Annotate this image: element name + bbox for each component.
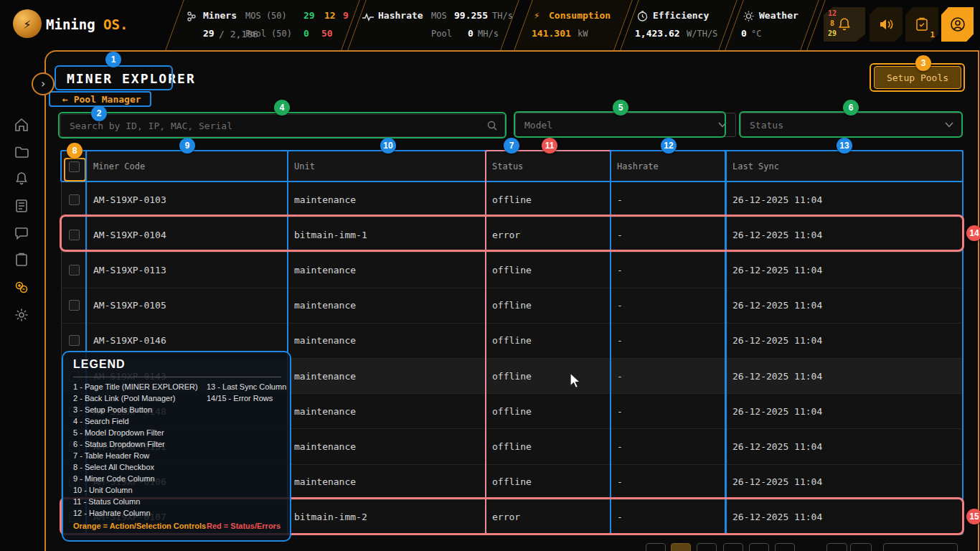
- pagination-button[interactable]: [850, 543, 872, 551]
- cell-unit: maintenance: [288, 359, 486, 393]
- header-hashrate[interactable]: Hashrate: [611, 151, 727, 182]
- app-logo-icon: ⚡: [13, 9, 42, 38]
- row-checkbox[interactable]: [69, 265, 80, 276]
- annotation-badge-13: 13: [837, 138, 852, 154]
- row-checkbox[interactable]: [69, 230, 80, 240]
- header-unit[interactable]: Unit: [288, 151, 486, 182]
- cell-last-sync: 26-12-2025 11:04: [727, 359, 963, 393]
- sidebar-item-messages[interactable]: [14, 225, 29, 241]
- hashrate-pool-unit: MH/s: [478, 29, 499, 39]
- table-header-row: Miner Code Unit Status Hashrate Last Syn…: [62, 151, 962, 182]
- header-status[interactable]: Status: [486, 151, 611, 182]
- search-input[interactable]: [61, 115, 504, 136]
- table-row-error[interactable]: AM-S19XP-0104bitmain-imm-1error-26-12-20…: [62, 217, 962, 252]
- cell-status: offline: [486, 288, 611, 323]
- cell-last-sync: 26-12-2025 11:04: [727, 288, 963, 323]
- status-filter-dropdown[interactable]: Status: [740, 113, 963, 137]
- tasks-button[interactable]: 1: [905, 7, 938, 42]
- consumption-section-frame: [514, 0, 632, 50]
- cell-hashrate: -: [611, 465, 727, 499]
- cell-status: error: [486, 500, 611, 534]
- weather-label: Weather: [759, 10, 798, 21]
- header-miner-code[interactable]: Miner Code: [88, 151, 288, 182]
- model-filter-dropdown[interactable]: Model: [515, 113, 736, 137]
- back-link[interactable]: ← Pool Manager: [62, 94, 141, 105]
- cell-hashrate: -: [611, 429, 727, 463]
- cell-status: offline: [486, 359, 611, 393]
- consumption-value: 141.301: [532, 28, 571, 39]
- miners-err-count: 9: [343, 10, 349, 21]
- legend-item: 9 - Miner Code Column: [73, 473, 198, 484]
- brand-name: Mining OS.: [46, 17, 128, 32]
- table-row[interactable]: AM-S19XP-0105maintenanceoffline-26-12-20…: [62, 288, 962, 323]
- brand-suffix: OS.: [103, 17, 128, 32]
- sidebar-item-tasks[interactable]: [14, 252, 29, 268]
- sidebar-item-miners[interactable]: [14, 279, 29, 295]
- annotation-badge-6: 6: [843, 100, 859, 116]
- legend-items-left: 1 - Page Title (MINER EXPLORER) 2 - Back…: [73, 381, 198, 519]
- cell-status: offline: [486, 253, 611, 287]
- pagination-page-size[interactable]: [883, 543, 958, 551]
- legend-item: 1 - Page Title (MINER EXPLORER): [73, 381, 198, 392]
- legend-note-orange: Orange = Action/Selection Controls: [73, 522, 206, 530]
- pagination-button-active[interactable]: [671, 543, 691, 551]
- cell-hashrate: -: [611, 253, 727, 287]
- clipboard-check-icon: [915, 17, 928, 32]
- pagination-button[interactable]: [697, 543, 717, 551]
- efficiency-unit: W/TH/S: [687, 29, 717, 39]
- annotation-badge-3: 3: [915, 55, 931, 71]
- miners-icon: [186, 11, 197, 22]
- pagination-button[interactable]: [775, 543, 795, 551]
- row-checkbox[interactable]: [69, 335, 80, 346]
- notifications-button[interactable]: 12 8 29: [824, 7, 865, 42]
- weather-value: 0: [741, 28, 747, 39]
- sidebar-item-reports[interactable]: [14, 198, 29, 214]
- efficiency-section-frame: [620, 0, 737, 50]
- sidebar-item-alerts[interactable]: [14, 171, 29, 187]
- pagination-button[interactable]: [826, 543, 847, 551]
- cell-hashrate: -: [611, 359, 727, 393]
- cell-last-sync: 26-12-2025 11:04: [727, 394, 963, 428]
- annotation-badge-2: 2: [91, 105, 107, 121]
- pagination-button[interactable]: [646, 543, 666, 551]
- cell-miner-code: AM-S19XP-0103: [88, 182, 288, 217]
- legend-item: 12 - Hashrate Column: [73, 507, 198, 519]
- miners-ok-count: 29: [303, 10, 315, 21]
- hashrate-pool-value: 0: [468, 28, 473, 39]
- legend-item: 8 - Select All Checkbox: [73, 461, 198, 473]
- back-arrow-icon: ←: [62, 94, 68, 105]
- sidebar-item-settings[interactable]: [14, 307, 29, 323]
- setup-pools-button[interactable]: Setup Pools: [874, 66, 961, 89]
- top-bar: ⚡ Mining OS. Miners MOS (50) 29 12 9 29 …: [0, 0, 980, 50]
- header-last-sync[interactable]: Last Sync: [727, 151, 963, 182]
- sidebar-item-home[interactable]: [14, 117, 29, 133]
- cell-miner-code: AM-S19XP-0104: [88, 217, 288, 252]
- sound-button[interactable]: [870, 7, 903, 42]
- search-icon: [487, 121, 497, 131]
- efficiency-value: 1,423.62: [635, 28, 680, 39]
- pagination-button[interactable]: [723, 543, 743, 551]
- sidebar-item-folder[interactable]: [14, 144, 29, 160]
- row-checkbox[interactable]: [69, 194, 80, 205]
- speaker-icon: [879, 18, 893, 31]
- legend-item: 4 - Search Field: [73, 415, 198, 427]
- table-row[interactable]: AM-S19XP-0113maintenanceoffline-26-12-20…: [62, 252, 962, 287]
- cell-last-sync: 26-12-2025 11:04: [727, 500, 963, 534]
- pagination-button[interactable]: [749, 543, 769, 551]
- row-checkbox[interactable]: [69, 300, 80, 311]
- cell-unit: maintenance: [288, 429, 486, 463]
- page-title: MINER EXPLORER: [67, 71, 196, 86]
- weather-icon: [743, 11, 754, 22]
- legend-divider: [73, 377, 281, 377]
- annotation-badge-10: 10: [380, 138, 396, 154]
- miners-section-frame: [165, 0, 359, 50]
- select-all-checkbox[interactable]: [69, 161, 80, 172]
- profile-button[interactable]: [941, 7, 974, 42]
- sidebar-collapse-button[interactable]: ›: [32, 72, 55, 95]
- cell-hashrate: -: [611, 394, 727, 428]
- legend-item: 11 - Status Column: [73, 496, 198, 507]
- cell-status: offline: [486, 182, 611, 217]
- mouse-cursor: [568, 372, 584, 390]
- table-row[interactable]: AM-S19XP-0103maintenanceoffline-26-12-20…: [62, 182, 962, 217]
- annotation-badge-8: 8: [67, 143, 83, 159]
